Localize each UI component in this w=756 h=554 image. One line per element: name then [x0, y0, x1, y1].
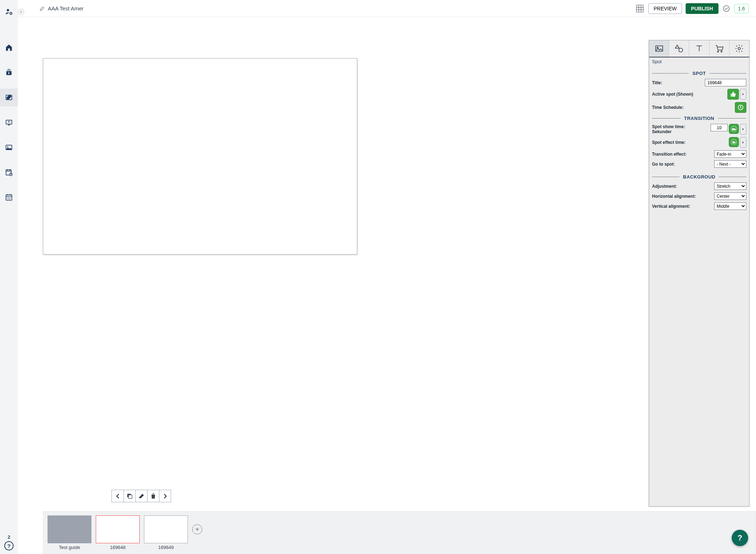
add-slide-button[interactable]: + — [192, 524, 202, 534]
title-edit[interactable]: AAA Test Amer — [39, 5, 84, 11]
sidebar-toggle[interactable]: > — [18, 9, 24, 15]
image-icon — [5, 143, 13, 151]
chevron-left-icon — [114, 493, 121, 500]
svg-point-1 — [10, 12, 12, 15]
tab-image[interactable] — [649, 40, 669, 57]
thumb-slide-1[interactable]: 169648 — [96, 515, 140, 550]
panel-subtab[interactable]: Spot — [649, 57, 749, 66]
publish-button[interactable]: PUBLISH — [686, 3, 718, 14]
select-adjustment[interactable]: Stretch — [714, 182, 746, 190]
monitor-wifi-icon — [5, 119, 13, 126]
nav-media[interactable] — [0, 138, 18, 156]
label-halign: Horizontal alignment: — [652, 194, 714, 199]
chevron-right-icon — [161, 493, 169, 500]
select-goto[interactable]: - Next - — [714, 160, 746, 168]
clock-icon — [737, 104, 744, 111]
section-background-heading: BACKGROUD — [683, 174, 715, 180]
showtime-preset[interactable]: 10s — [729, 124, 739, 134]
presentation-title: AAA Test Amer — [48, 5, 84, 11]
nav-screens[interactable] — [0, 114, 18, 131]
select-halign[interactable]: Center — [714, 192, 746, 200]
svg-rect-4 — [6, 120, 12, 124]
thumb-delete[interactable] — [147, 490, 159, 502]
label-goto: Go to spot: — [652, 162, 714, 167]
svg-point-17 — [717, 51, 718, 52]
label-adjustment: Adjustment: — [652, 184, 714, 189]
image-icon — [655, 44, 664, 53]
effecttime-more[interactable] — [740, 137, 746, 148]
thumb-label: Test guide — [59, 545, 80, 550]
tab-products[interactable] — [710, 40, 730, 57]
calendar-icon — [5, 193, 13, 201]
label-active: Active spot (Shown) — [652, 92, 727, 97]
svg-point-0 — [7, 9, 9, 11]
grid-icon — [635, 4, 645, 13]
showtime-more[interactable] — [740, 124, 746, 135]
check-circle-icon — [722, 5, 730, 12]
label-schedule: Time Schedule: — [652, 105, 735, 110]
tab-shapes[interactable] — [669, 40, 689, 57]
version-badge[interactable]: 1.6 — [734, 4, 749, 13]
timer-10s-icon: 10s — [730, 125, 737, 132]
schedule-toggle[interactable] — [735, 102, 746, 113]
section-spot-heading: SPOT — [692, 71, 706, 76]
label-effecttime: Spot effect time: — [652, 140, 729, 145]
status-indicator[interactable] — [722, 4, 731, 13]
nav-schedule[interactable] — [0, 163, 18, 181]
label-effect: Transition effect: — [652, 152, 714, 157]
thumb-label: 169648 — [110, 545, 125, 550]
thumb-guide[interactable]: Test guide — [48, 515, 91, 550]
label-valign: Vertical alignment: — [652, 204, 714, 209]
play-stack-icon — [5, 69, 13, 76]
nav-calendar[interactable] — [0, 188, 18, 206]
input-title[interactable] — [705, 79, 746, 86]
tab-settings[interactable] — [730, 40, 749, 57]
calendar-clock-icon — [5, 168, 13, 176]
sidebar-count: 2 — [8, 534, 10, 540]
pencil-icon — [39, 6, 45, 11]
sidebar-help[interactable]: ? — [4, 541, 14, 550]
nav-channels[interactable] — [0, 64, 18, 81]
preview-button[interactable]: PREVIEW — [648, 3, 682, 14]
thumb-slide-2[interactable]: 169649 — [144, 515, 188, 550]
svg-point-19 — [738, 47, 741, 50]
input-showtime[interactable] — [711, 124, 728, 131]
slide-strip: Test guide 169648 169649 + — [43, 511, 756, 554]
svg-point-16 — [679, 48, 683, 52]
nav-home[interactable] — [0, 39, 18, 56]
thumb-label: 169649 — [158, 545, 174, 550]
select-valign[interactable]: Middle — [714, 202, 746, 210]
home-icon — [5, 44, 13, 51]
thumb-next[interactable] — [159, 490, 171, 502]
copy-icon — [126, 493, 133, 500]
active-toggle[interactable] — [727, 89, 739, 100]
nav-editor[interactable] — [0, 89, 18, 106]
effecttime-preset[interactable]: 1s — [729, 137, 739, 147]
left-sidebar: > 2 ? — [0, 0, 18, 554]
user-gear-icon — [5, 8, 13, 16]
active-more[interactable] — [740, 89, 746, 100]
chevron-right-icon — [741, 127, 745, 131]
label-title: Title: — [652, 80, 705, 85]
text-icon — [695, 44, 704, 53]
help-fab[interactable]: ? — [732, 530, 748, 546]
cart-icon — [715, 44, 724, 53]
canvas[interactable] — [43, 58, 357, 255]
svg-rect-10 — [636, 5, 643, 12]
chevron-right-icon — [741, 141, 745, 144]
select-effect[interactable]: Fade-in — [714, 150, 746, 158]
nav-user-settings[interactable] — [0, 3, 18, 21]
svg-rect-13 — [129, 495, 132, 498]
chevron-right-icon — [741, 92, 745, 96]
thumb-prev[interactable] — [112, 490, 124, 502]
svg-rect-14 — [656, 46, 663, 51]
gear-icon — [735, 44, 744, 53]
grid-toggle[interactable] — [635, 4, 645, 14]
svg-point-18 — [721, 51, 722, 52]
thumb-clear[interactable] — [135, 490, 147, 502]
thumb-actions — [111, 490, 171, 502]
shapes-icon — [675, 44, 684, 53]
tab-text[interactable] — [689, 40, 709, 57]
timer-1s-icon: 1s — [730, 138, 737, 146]
thumb-duplicate[interactable] — [124, 490, 135, 502]
